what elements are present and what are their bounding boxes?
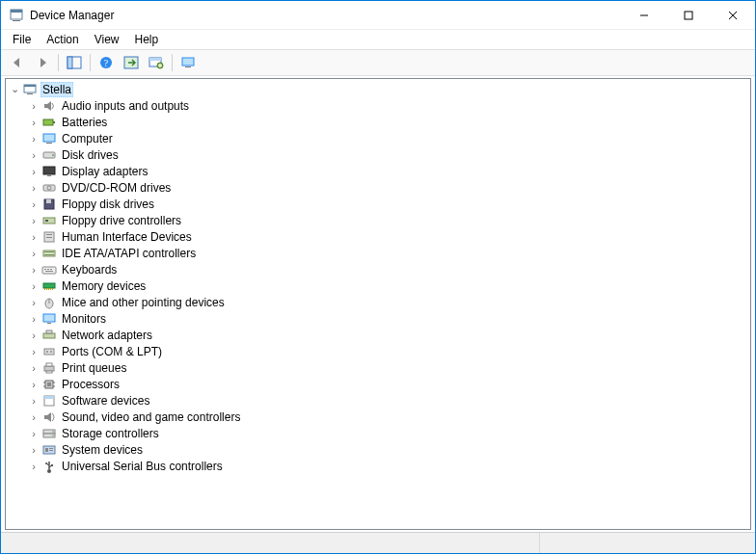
- svg-rect-37: [43, 251, 55, 256]
- tree-category-label: DVD/CD-ROM drives: [60, 181, 173, 195]
- expand-icon[interactable]: ›: [27, 231, 40, 243]
- tree-category[interactable]: ›Network adapters: [6, 327, 750, 343]
- svg-rect-8: [68, 57, 72, 68]
- port-icon: [41, 344, 57, 359]
- keyboard-icon: [41, 262, 57, 277]
- svg-rect-20: [43, 119, 53, 125]
- expand-icon[interactable]: ›: [27, 198, 40, 210]
- tree-category[interactable]: ›Floppy drive controllers: [6, 212, 750, 228]
- svg-rect-42: [47, 269, 49, 270]
- svg-rect-32: [43, 218, 55, 224]
- expand-icon[interactable]: ›: [27, 346, 40, 357]
- tree-category-label: Ports (COM & LPT): [60, 345, 164, 358]
- svg-rect-55: [43, 333, 55, 338]
- devices-by-type-button[interactable]: [176, 52, 200, 73]
- tree-category[interactable]: ›Memory devices: [6, 277, 750, 294]
- expand-icon[interactable]: ›: [27, 362, 40, 374]
- svg-rect-60: [44, 366, 54, 371]
- svg-rect-22: [43, 134, 55, 142]
- display-icon: [41, 164, 57, 179]
- tree-category[interactable]: ›Print queues: [6, 359, 750, 376]
- tree-category[interactable]: ›DVD/CD-ROM drives: [6, 179, 750, 196]
- svg-rect-1: [11, 10, 22, 13]
- tree-category[interactable]: ›Computer: [6, 130, 750, 146]
- tree-category[interactable]: ›Monitors: [6, 310, 750, 327]
- tree-category[interactable]: ›Storage controllers: [6, 425, 750, 441]
- tree-category-label: Disk drives: [60, 148, 121, 162]
- svg-rect-38: [44, 251, 54, 252]
- expand-icon[interactable]: ›: [27, 461, 40, 472]
- monitor-icon: [41, 311, 57, 327]
- action-button[interactable]: [120, 52, 143, 73]
- expand-icon[interactable]: ›: [27, 133, 40, 145]
- tree-category-label: Processors: [60, 378, 122, 391]
- tree-category[interactable]: ›Batteries: [6, 114, 750, 130]
- status-cell: [540, 533, 755, 553]
- expand-icon[interactable]: ›: [27, 313, 40, 325]
- tree-category-label: Sound, video and game controllers: [60, 410, 242, 424]
- svg-rect-39: [44, 254, 54, 255]
- expand-icon[interactable]: ›: [27, 264, 40, 276]
- scan-hardware-button[interactable]: [145, 52, 168, 73]
- tree-root[interactable]: ⌄Stella: [6, 81, 750, 97]
- tree-category[interactable]: ›Floppy disk drives: [6, 196, 750, 212]
- svg-rect-56: [46, 330, 52, 333]
- menu-view[interactable]: View: [87, 32, 127, 47]
- tree-category-label: Batteries: [60, 116, 109, 129]
- tree-category[interactable]: ›System devices: [6, 441, 750, 458]
- dvd-icon: [41, 180, 57, 196]
- tree-category[interactable]: ›Human Interface Devices: [6, 228, 750, 245]
- expand-icon[interactable]: ›: [27, 280, 40, 292]
- expand-icon[interactable]: ›: [27, 215, 40, 226]
- menu-file[interactable]: File: [5, 32, 39, 47]
- tree-category[interactable]: ›Processors: [6, 376, 750, 392]
- expand-icon[interactable]: ›: [27, 411, 40, 423]
- svg-rect-70: [44, 396, 54, 399]
- svg-rect-46: [44, 288, 45, 290]
- tree-category[interactable]: ›Audio inputs and outputs: [6, 97, 750, 114]
- tree-category-label: System devices: [60, 443, 145, 457]
- tree-category-label: Print queues: [60, 361, 128, 375]
- tree-category[interactable]: ›Display adapters: [6, 163, 750, 179]
- tree-category[interactable]: ›Ports (COM & LPT): [6, 343, 750, 359]
- expand-icon[interactable]: ›: [27, 428, 40, 439]
- svg-rect-77: [49, 448, 53, 449]
- expand-icon[interactable]: ›: [27, 166, 40, 177]
- tree-category[interactable]: ›Keyboards: [6, 261, 750, 277]
- tree-category[interactable]: ›Universal Serial Bus controllers: [6, 458, 750, 474]
- tree-category-label: Monitors: [60, 312, 108, 326]
- expand-icon[interactable]: ›: [27, 444, 40, 456]
- tree-category[interactable]: ›Sound, video and game controllers: [6, 409, 750, 425]
- expand-icon[interactable]: ›: [27, 117, 40, 128]
- menu-help[interactable]: Help: [127, 32, 167, 47]
- forward-button[interactable]: [31, 52, 54, 73]
- device-tree[interactable]: ⌄Stella›Audio inputs and outputs›Batteri…: [5, 78, 751, 530]
- menu-action[interactable]: Action: [39, 32, 86, 47]
- svg-point-81: [45, 462, 47, 464]
- close-button[interactable]: [711, 1, 755, 30]
- expand-icon[interactable]: ›: [27, 379, 40, 390]
- svg-text:?: ?: [104, 58, 109, 68]
- tree-category[interactable]: ›Software devices: [6, 392, 750, 409]
- svg-point-25: [52, 154, 54, 156]
- maximize-button[interactable]: [666, 1, 711, 30]
- tree-category[interactable]: ›IDE ATA/ATAPI controllers: [6, 245, 750, 261]
- help-button[interactable]: ?: [94, 52, 118, 73]
- svg-point-79: [47, 469, 51, 473]
- expand-icon[interactable]: ›: [27, 395, 40, 407]
- back-button[interactable]: [6, 52, 29, 73]
- expand-icon[interactable]: ›: [27, 182, 40, 194]
- tree-category[interactable]: ›Disk drives: [6, 146, 750, 163]
- expand-icon[interactable]: ›: [27, 149, 40, 161]
- minimize-button[interactable]: [622, 1, 666, 30]
- collapse-icon[interactable]: ⌄: [8, 83, 21, 95]
- expand-icon[interactable]: ›: [27, 297, 40, 308]
- tree-category-label: Storage controllers: [60, 427, 161, 440]
- expand-icon[interactable]: ›: [27, 100, 40, 112]
- svg-rect-27: [47, 175, 51, 176]
- show-hide-console-tree-button[interactable]: [63, 52, 86, 73]
- expand-icon[interactable]: ›: [27, 248, 40, 259]
- svg-rect-61: [46, 363, 52, 366]
- tree-category[interactable]: ›Mice and other pointing devices: [6, 294, 750, 310]
- expand-icon[interactable]: ›: [27, 330, 40, 341]
